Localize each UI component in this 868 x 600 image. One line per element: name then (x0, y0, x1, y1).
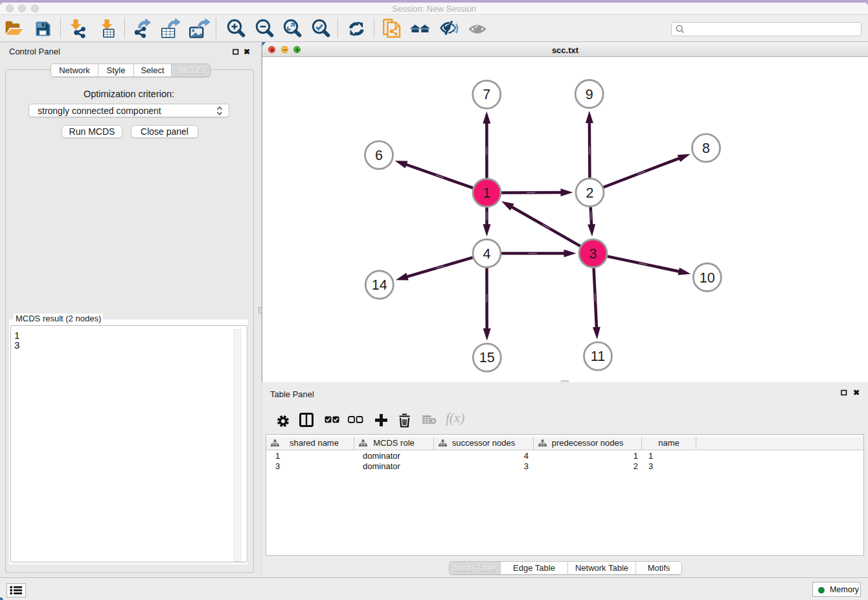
svg-text:14: 14 (372, 277, 387, 293)
svg-text:8: 8 (702, 141, 710, 156)
svg-text:4: 4 (483, 246, 491, 262)
svg-text:11: 11 (591, 349, 605, 364)
svg-text:3: 3 (589, 246, 597, 262)
svg-text:9: 9 (586, 87, 593, 102)
svg-text:6: 6 (375, 148, 383, 163)
svg-text:10: 10 (700, 270, 715, 286)
svg-text:7: 7 (483, 87, 490, 102)
svg-text:15: 15 (479, 350, 495, 365)
svg-text:1: 1 (483, 185, 491, 201)
svg-text:2: 2 (586, 185, 594, 201)
